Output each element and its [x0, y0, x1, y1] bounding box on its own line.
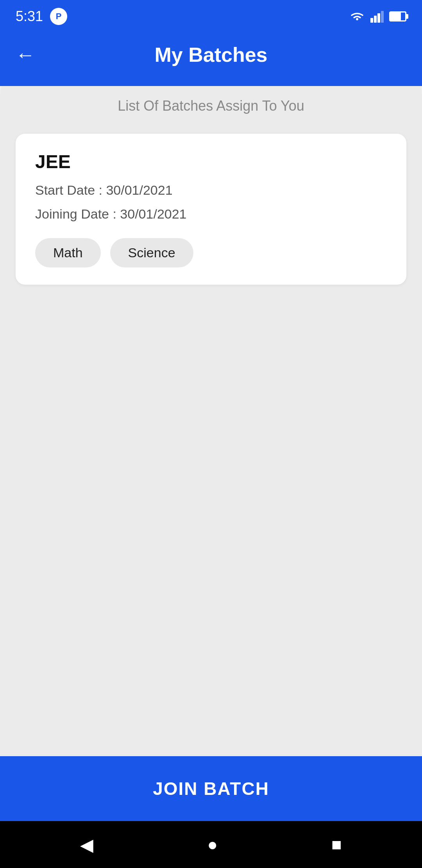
svg-rect-2 [377, 13, 380, 23]
nav-home-button[interactable]: ● [207, 835, 218, 854]
nav-bar: ◀ ● ■ [0, 821, 422, 868]
wifi-icon [349, 10, 365, 23]
batch-name: JEE [35, 151, 387, 172]
spacer [16, 300, 406, 741]
join-batch-button[interactable]: JOIN BATCH [0, 756, 422, 821]
signal-icon [370, 10, 384, 23]
header: ← My Batches [0, 31, 422, 86]
tag-math[interactable]: Math [35, 238, 101, 267]
svg-rect-0 [370, 18, 373, 23]
app-icon: P [50, 8, 67, 25]
svg-rect-1 [374, 16, 377, 23]
status-bar: 5:31 P [0, 0, 422, 31]
tag-science[interactable]: Science [110, 238, 193, 267]
batch-card[interactable]: JEE Start Date : 30/01/2021 Joining Date… [16, 134, 406, 285]
battery-icon [389, 11, 406, 22]
section-subtitle: List Of Batches Assign To You [16, 98, 406, 114]
svg-rect-3 [381, 11, 384, 23]
page-title: My Batches [155, 43, 268, 66]
back-button[interactable]: ← [16, 45, 35, 65]
batch-start-date: Start Date : 30/01/2021 [35, 180, 387, 200]
nav-back-button[interactable]: ◀ [80, 835, 93, 855]
status-time: 5:31 [16, 8, 43, 25]
batch-tags: Math Science [35, 238, 387, 267]
main-content: List Of Batches Assign To You JEE Start … [0, 78, 422, 756]
batch-joining-date: Joining Date : 30/01/2021 [35, 204, 387, 224]
nav-recents-button[interactable]: ■ [331, 835, 342, 854]
status-right-icons [349, 10, 406, 23]
